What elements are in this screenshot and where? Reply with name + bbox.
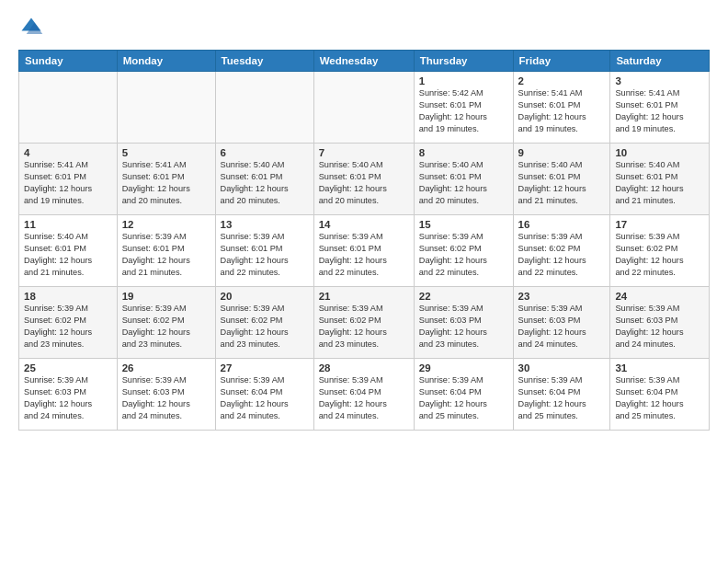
calendar-cell: 3Sunrise: 5:41 AM Sunset: 6:01 PM Daylig…	[610, 72, 710, 144]
calendar-cell: 25Sunrise: 5:39 AM Sunset: 6:03 PM Dayli…	[19, 359, 118, 431]
day-number: 14	[319, 219, 409, 230]
day-number: 30	[518, 362, 606, 373]
calendar-cell: 6Sunrise: 5:40 AM Sunset: 6:01 PM Daylig…	[215, 144, 313, 215]
day-number: 12	[122, 219, 210, 230]
calendar-header-friday: Friday	[513, 51, 610, 72]
calendar-cell: 15Sunrise: 5:39 AM Sunset: 6:02 PM Dayli…	[414, 215, 513, 287]
day-number: 23	[518, 291, 606, 302]
calendar-cell: 7Sunrise: 5:40 AM Sunset: 6:01 PM Daylig…	[313, 144, 414, 215]
day-info: Sunrise: 5:39 AM Sunset: 6:03 PM Dayligh…	[24, 374, 112, 422]
day-info: Sunrise: 5:40 AM Sunset: 6:01 PM Dayligh…	[518, 159, 606, 207]
day-info: Sunrise: 5:39 AM Sunset: 6:03 PM Dayligh…	[615, 303, 704, 350]
day-info: Sunrise: 5:40 AM Sunset: 6:01 PM Dayligh…	[615, 159, 704, 207]
day-number: 6	[221, 147, 309, 158]
day-number: 18	[24, 291, 112, 302]
calendar-week-2: 4Sunrise: 5:41 AM Sunset: 6:01 PM Daylig…	[19, 144, 710, 215]
day-info: Sunrise: 5:41 AM Sunset: 6:01 PM Dayligh…	[518, 87, 606, 135]
day-number: 24	[615, 291, 704, 302]
day-number: 21	[319, 291, 409, 302]
calendar-cell: 2Sunrise: 5:41 AM Sunset: 6:01 PM Daylig…	[513, 72, 610, 144]
day-info: Sunrise: 5:39 AM Sunset: 6:01 PM Dayligh…	[122, 231, 210, 279]
day-info: Sunrise: 5:42 AM Sunset: 6:01 PM Dayligh…	[419, 87, 508, 135]
calendar-header-thursday: Thursday	[414, 51, 513, 72]
calendar-header-saturday: Saturday	[610, 51, 710, 72]
calendar-table: SundayMondayTuesdayWednesdayThursdayFrid…	[18, 50, 710, 431]
calendar-cell	[117, 72, 215, 144]
calendar-cell: 22Sunrise: 5:39 AM Sunset: 6:03 PM Dayli…	[414, 287, 513, 359]
header	[18, 15, 710, 40]
calendar-header-row: SundayMondayTuesdayWednesdayThursdayFrid…	[19, 51, 710, 72]
day-number: 5	[122, 147, 210, 158]
calendar-cell: 21Sunrise: 5:39 AM Sunset: 6:02 PM Dayli…	[313, 287, 414, 359]
calendar-cell: 10Sunrise: 5:40 AM Sunset: 6:01 PM Dayli…	[610, 144, 710, 215]
calendar-cell: 29Sunrise: 5:39 AM Sunset: 6:04 PM Dayli…	[414, 359, 513, 431]
day-info: Sunrise: 5:39 AM Sunset: 6:04 PM Dayligh…	[319, 374, 409, 422]
calendar-cell: 11Sunrise: 5:40 AM Sunset: 6:01 PM Dayli…	[19, 215, 118, 287]
day-number: 28	[319, 362, 409, 373]
calendar-cell: 30Sunrise: 5:39 AM Sunset: 6:04 PM Dayli…	[513, 359, 610, 431]
logo-icon	[18, 15, 44, 40]
day-number: 19	[122, 291, 210, 302]
day-number: 29	[419, 362, 508, 373]
day-info: Sunrise: 5:39 AM Sunset: 6:04 PM Dayligh…	[518, 374, 606, 422]
day-info: Sunrise: 5:39 AM Sunset: 6:02 PM Dayligh…	[24, 303, 112, 350]
calendar-cell: 5Sunrise: 5:41 AM Sunset: 6:01 PM Daylig…	[117, 144, 215, 215]
day-info: Sunrise: 5:40 AM Sunset: 6:01 PM Dayligh…	[319, 159, 409, 207]
calendar-cell: 27Sunrise: 5:39 AM Sunset: 6:04 PM Dayli…	[215, 359, 313, 431]
calendar-cell: 17Sunrise: 5:39 AM Sunset: 6:02 PM Dayli…	[610, 215, 710, 287]
calendar-header-monday: Monday	[117, 51, 215, 72]
calendar-cell	[215, 72, 313, 144]
calendar-week-3: 11Sunrise: 5:40 AM Sunset: 6:01 PM Dayli…	[19, 215, 710, 287]
day-info: Sunrise: 5:39 AM Sunset: 6:02 PM Dayligh…	[615, 231, 704, 279]
page: SundayMondayTuesdayWednesdayThursdayFrid…	[0, 0, 728, 563]
day-info: Sunrise: 5:39 AM Sunset: 6:03 PM Dayligh…	[518, 303, 606, 350]
calendar-cell: 1Sunrise: 5:42 AM Sunset: 6:01 PM Daylig…	[414, 72, 513, 144]
day-info: Sunrise: 5:39 AM Sunset: 6:02 PM Dayligh…	[122, 303, 210, 350]
day-number: 2	[518, 75, 606, 86]
calendar-cell: 18Sunrise: 5:39 AM Sunset: 6:02 PM Dayli…	[19, 287, 118, 359]
day-info: Sunrise: 5:39 AM Sunset: 6:04 PM Dayligh…	[221, 374, 309, 422]
day-number: 3	[615, 75, 704, 86]
day-number: 15	[419, 219, 508, 230]
day-number: 22	[419, 291, 508, 302]
day-info: Sunrise: 5:40 AM Sunset: 6:01 PM Dayligh…	[419, 159, 508, 207]
day-number: 26	[122, 362, 210, 373]
day-info: Sunrise: 5:39 AM Sunset: 6:03 PM Dayligh…	[122, 374, 210, 422]
calendar-cell: 16Sunrise: 5:39 AM Sunset: 6:02 PM Dayli…	[513, 215, 610, 287]
calendar-cell: 19Sunrise: 5:39 AM Sunset: 6:02 PM Dayli…	[117, 287, 215, 359]
day-info: Sunrise: 5:39 AM Sunset: 6:02 PM Dayligh…	[518, 231, 606, 279]
day-number: 8	[419, 147, 508, 158]
day-number: 13	[221, 219, 309, 230]
day-number: 25	[24, 362, 112, 373]
day-info: Sunrise: 5:41 AM Sunset: 6:01 PM Dayligh…	[122, 159, 210, 207]
calendar-week-1: 1Sunrise: 5:42 AM Sunset: 6:01 PM Daylig…	[19, 72, 710, 144]
calendar-cell	[19, 72, 118, 144]
calendar-cell: 9Sunrise: 5:40 AM Sunset: 6:01 PM Daylig…	[513, 144, 610, 215]
day-info: Sunrise: 5:41 AM Sunset: 6:01 PM Dayligh…	[615, 87, 704, 135]
calendar-week-4: 18Sunrise: 5:39 AM Sunset: 6:02 PM Dayli…	[19, 287, 710, 359]
calendar-cell: 20Sunrise: 5:39 AM Sunset: 6:02 PM Dayli…	[215, 287, 313, 359]
day-number: 16	[518, 219, 606, 230]
day-info: Sunrise: 5:39 AM Sunset: 6:02 PM Dayligh…	[319, 303, 409, 350]
calendar-header-wednesday: Wednesday	[313, 51, 414, 72]
day-info: Sunrise: 5:40 AM Sunset: 6:01 PM Dayligh…	[24, 231, 112, 279]
day-number: 31	[615, 362, 704, 373]
day-info: Sunrise: 5:39 AM Sunset: 6:02 PM Dayligh…	[419, 231, 508, 279]
day-number: 11	[24, 219, 112, 230]
day-number: 9	[518, 147, 606, 158]
day-info: Sunrise: 5:39 AM Sunset: 6:01 PM Dayligh…	[319, 231, 409, 279]
day-info: Sunrise: 5:40 AM Sunset: 6:01 PM Dayligh…	[221, 159, 309, 207]
calendar-cell: 31Sunrise: 5:39 AM Sunset: 6:04 PM Dayli…	[610, 359, 710, 431]
day-number: 10	[615, 147, 704, 158]
day-number: 1	[419, 75, 508, 86]
calendar-cell: 12Sunrise: 5:39 AM Sunset: 6:01 PM Dayli…	[117, 215, 215, 287]
calendar-cell	[313, 72, 414, 144]
day-info: Sunrise: 5:39 AM Sunset: 6:03 PM Dayligh…	[419, 303, 508, 350]
calendar-cell: 24Sunrise: 5:39 AM Sunset: 6:03 PM Dayli…	[610, 287, 710, 359]
calendar-week-5: 25Sunrise: 5:39 AM Sunset: 6:03 PM Dayli…	[19, 359, 710, 431]
day-info: Sunrise: 5:39 AM Sunset: 6:04 PM Dayligh…	[615, 374, 704, 422]
day-number: 27	[221, 362, 309, 373]
calendar-cell: 28Sunrise: 5:39 AM Sunset: 6:04 PM Dayli…	[313, 359, 414, 431]
calendar-cell: 13Sunrise: 5:39 AM Sunset: 6:01 PM Dayli…	[215, 215, 313, 287]
calendar-cell: 26Sunrise: 5:39 AM Sunset: 6:03 PM Dayli…	[117, 359, 215, 431]
